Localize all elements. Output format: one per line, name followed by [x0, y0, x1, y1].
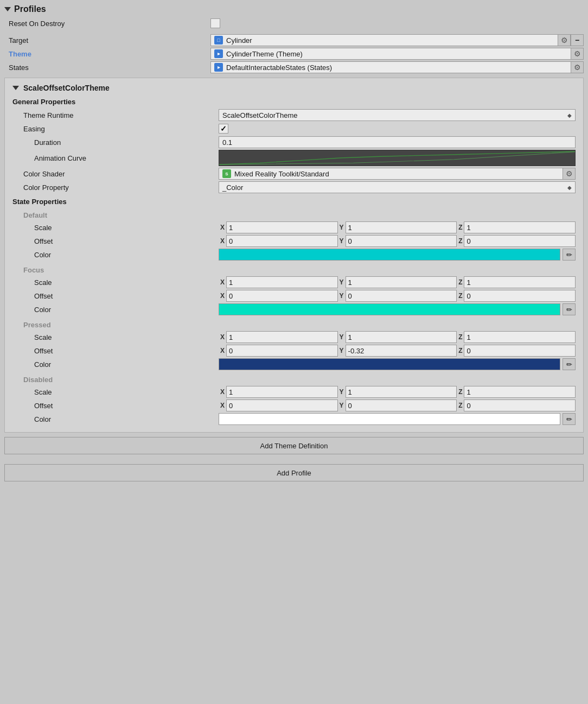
disabled-scale-y-input[interactable]: 1	[346, 386, 457, 398]
default-scale-z-input[interactable]: 1	[464, 221, 576, 233]
default-scale-x-input[interactable]: 1	[226, 221, 338, 233]
pressed-offset-x-input[interactable]: 0	[226, 345, 338, 357]
focus-scale-y-input[interactable]: 1	[346, 276, 457, 288]
pressed-color-value: ✏	[219, 358, 576, 370]
focus-color-label: Color	[12, 306, 219, 314]
pressed-scale-z-input[interactable]: 1	[464, 331, 576, 343]
default-scale-xyz: X 1 Y 1 Z 1	[219, 221, 576, 233]
reset-on-destroy-checkbox[interactable]	[210, 18, 220, 28]
disabled-color-swatch[interactable]	[219, 413, 560, 425]
focus-color-picker-btn[interactable]: ✏	[563, 303, 576, 315]
disabled-offset-z-input[interactable]: 0	[464, 399, 576, 411]
duration-value: 0.1	[219, 136, 576, 148]
color-property-row: Color Property _Color ◆	[12, 181, 576, 193]
focus-scale-x-input[interactable]: 1	[226, 276, 338, 288]
color-property-dropdown[interactable]: _Color ◆	[219, 181, 576, 193]
general-props-title: General Properties	[12, 98, 576, 106]
theme-settings-btn[interactable]	[571, 48, 584, 60]
disabled-offset-y-input[interactable]: 0	[346, 399, 457, 411]
default-color-picker-btn[interactable]: ✏	[563, 249, 576, 261]
pressed-color-label: Color	[12, 360, 219, 369]
easing-label: Easing	[12, 125, 219, 133]
default-scale-x-label: X	[219, 224, 226, 231]
focus-color-row: Color ✏	[12, 303, 576, 315]
states-field[interactable]: ▸ DefaultInteractableStates (States)	[210, 61, 571, 73]
default-offset-x-input[interactable]: 0	[226, 235, 338, 247]
profiles-collapse-icon[interactable]	[4, 7, 11, 11]
theme-runtime-dropdown[interactable]: ScaleOffsetColorTheme ◆	[219, 109, 576, 121]
theme-obj-icon: ▸	[214, 49, 223, 58]
target-field[interactable]: □ Cylinder	[210, 34, 558, 46]
disabled-scale-row: Scale X 1 Y 1 Z 1	[12, 386, 576, 398]
states-value: ▸ DefaultInteractableStates (States)	[210, 61, 584, 73]
focus-offset-y-label: Y	[338, 292, 346, 300]
animation-curve-label: Animation Curve	[12, 154, 219, 162]
disabled-scale-z-input[interactable]: 1	[464, 386, 576, 398]
pressed-offset-y-input[interactable]: -0.32	[346, 345, 457, 357]
pressed-scale-label: Scale	[12, 333, 219, 341]
disabled-state-label: Disabled	[12, 376, 576, 384]
states-settings-btn[interactable]	[571, 61, 584, 73]
pressed-offset-row: Offset X 0 Y -0.32 Z 0	[12, 345, 576, 357]
focus-color-swatch[interactable]	[219, 303, 560, 315]
focus-offset-label: Offset	[12, 292, 219, 300]
focus-offset-z-label: Z	[457, 292, 464, 300]
disabled-color-picker-btn[interactable]: ✏	[563, 413, 576, 425]
pressed-scale-y-input[interactable]: 1	[346, 331, 457, 343]
target-minus-btn[interactable]: −	[571, 34, 584, 46]
default-offset-z-label: Z	[457, 237, 464, 245]
duration-field[interactable]: 0.1	[219, 136, 576, 148]
target-settings-btn[interactable]	[558, 34, 571, 46]
default-offset-row: Offset X 0 Y 0 Z 0	[12, 235, 576, 247]
easing-checkbox[interactable]: ✓	[219, 124, 228, 134]
color-shader-field[interactable]: S Mixed Reality Toolkit/Standard	[219, 168, 563, 180]
pressed-scale-x-input[interactable]: 1	[226, 331, 338, 343]
focus-offset-x-label: X	[219, 292, 226, 300]
default-scale-y-label: Y	[338, 224, 346, 231]
disabled-offset-x-label: X	[219, 402, 226, 409]
theme-runtime-value: ScaleOffsetColorTheme ◆	[219, 109, 576, 121]
default-scale-row: Scale X 1 Y 1 Z 1	[12, 221, 576, 233]
disabled-offset-z-label: Z	[457, 402, 464, 409]
color-shader-settings-btn[interactable]	[563, 168, 576, 180]
pressed-color-picker-btn[interactable]: ✏	[563, 358, 576, 370]
default-state-label: Default	[12, 211, 576, 219]
focus-offset-z-input[interactable]: 0	[464, 290, 576, 302]
inner-card: ScaleOffsetColorTheme General Properties…	[4, 78, 584, 433]
pressed-offset-z-input[interactable]: 0	[464, 345, 576, 357]
easing-value: ✓	[219, 124, 576, 134]
animation-curve-graph[interactable]	[219, 150, 576, 166]
pressed-state-label: Pressed	[12, 321, 576, 329]
add-profile-button[interactable]: Add Profile	[4, 464, 584, 481]
focus-offset-x-input[interactable]: 0	[226, 290, 338, 302]
disabled-scale-xyz: X 1 Y 1 Z 1	[219, 386, 576, 398]
default-offset-y-input[interactable]: 0	[346, 235, 457, 247]
card-collapse-icon[interactable]	[12, 86, 19, 90]
duration-label: Duration	[12, 138, 219, 147]
disabled-scale-x-input[interactable]: 1	[226, 386, 338, 398]
states-row: States ▸ DefaultInteractableStates (Stat…	[4, 61, 584, 73]
default-offset-xyz: X 0 Y 0 Z 0	[219, 235, 576, 247]
color-shader-gear-icon	[564, 168, 574, 179]
disabled-offset-row: Offset X 0 Y 0 Z 0	[12, 399, 576, 411]
disabled-offset-x-input[interactable]: 0	[226, 399, 338, 411]
pressed-offset-xyz: X 0 Y -0.32 Z 0	[219, 345, 576, 357]
target-obj-icon: □	[214, 36, 223, 45]
states-label: States	[4, 64, 210, 72]
default-color-swatch[interactable]	[219, 249, 560, 261]
pressed-color-swatch[interactable]	[219, 358, 560, 370]
add-theme-def-button[interactable]: Add Theme Definition	[4, 437, 584, 454]
default-offset-z-input[interactable]: 0	[464, 235, 576, 247]
focus-offset-xyz: X 0 Y 0 Z 0	[219, 290, 576, 302]
card-title: ScaleOffsetColorTheme	[23, 84, 110, 92]
focus-offset-y-input[interactable]: 0	[346, 290, 457, 302]
focus-scale-xyz: X 1 Y 1 Z 1	[219, 276, 576, 288]
pressed-color-row: Color ✏	[12, 358, 576, 370]
default-scale-y-input[interactable]: 1	[346, 221, 457, 233]
main-panel: Profiles Reset On Destroy Target □ Cylin…	[0, 0, 588, 486]
card-header: ScaleOffsetColorTheme	[12, 84, 576, 92]
color-property-value: _Color ◆	[219, 181, 576, 193]
focus-scale-z-input[interactable]: 1	[464, 276, 576, 288]
disabled-offset-label: Offset	[12, 402, 219, 410]
theme-field[interactable]: ▸ CylinderTheme (Theme)	[210, 48, 571, 60]
